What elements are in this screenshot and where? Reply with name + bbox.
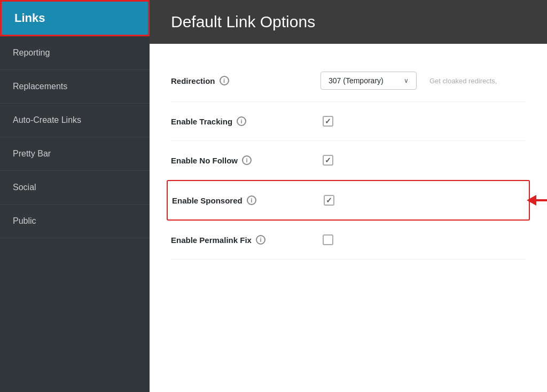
option-label-text-enable-permalink-fix: Enable Permalink Fix bbox=[171, 236, 252, 245]
checkbox-wrap-enable-sponsored[interactable] bbox=[322, 193, 337, 208]
info-icon-redirection[interactable]: i bbox=[220, 76, 229, 85]
option-label-redirection: Redirectioni bbox=[171, 76, 321, 85]
option-label-enable-permalink-fix: Enable Permalink Fixi bbox=[171, 235, 321, 245]
option-row-enable-no-follow: Enable No Followi bbox=[171, 141, 526, 180]
arrow-line bbox=[536, 199, 547, 201]
checkbox-wrap-enable-no-follow[interactable] bbox=[321, 153, 335, 168]
sidebar-item-replacements[interactable]: Replacements bbox=[0, 70, 150, 104]
dropdown-value-redirection: 307 (Temporary) bbox=[329, 76, 384, 85]
option-label-enable-no-follow: Enable No Followi bbox=[171, 155, 321, 165]
option-label-text-enable-tracking: Enable Tracking bbox=[171, 117, 232, 126]
option-control-redirection: 307 (Temporary)∨Get cloaked redirects, bbox=[321, 72, 497, 90]
info-icon-enable-tracking[interactable]: i bbox=[237, 116, 246, 126]
sidebar-header-label: Links bbox=[14, 11, 45, 25]
option-control-enable-permalink-fix bbox=[321, 232, 335, 247]
checkbox-wrap-enable-permalink-fix[interactable] bbox=[321, 232, 335, 247]
page-header: Default Link Options bbox=[150, 0, 547, 44]
content-area: Redirectioni307 (Temporary)∨Get cloaked … bbox=[150, 44, 547, 392]
page-title: Default Link Options bbox=[171, 13, 526, 31]
checkbox-enable-sponsored[interactable] bbox=[324, 195, 334, 206]
main-content: Default Link Options Redirectioni307 (Te… bbox=[150, 0, 547, 392]
option-label-text-redirection: Redirection bbox=[171, 76, 215, 85]
sidebar: Links ReportingReplacementsAuto-Create L… bbox=[0, 0, 150, 392]
checkbox-enable-permalink-fix[interactable] bbox=[323, 234, 333, 245]
info-icon-enable-no-follow[interactable]: i bbox=[242, 155, 252, 165]
arrow-indicator bbox=[527, 195, 547, 206]
sidebar-item-public[interactable]: Public bbox=[0, 205, 150, 238]
option-row-enable-tracking: Enable Trackingi bbox=[171, 102, 526, 141]
sidebar-item-auto-create-links[interactable]: Auto-Create Links bbox=[0, 104, 150, 137]
option-row-enable-sponsored: Enable Sponsoredi bbox=[167, 180, 530, 221]
option-label-enable-sponsored: Enable Sponsoredi bbox=[172, 195, 322, 205]
sidebar-item-reporting[interactable]: Reporting bbox=[0, 36, 150, 70]
checkbox-enable-tracking[interactable] bbox=[323, 116, 333, 127]
info-icon-enable-permalink-fix[interactable]: i bbox=[256, 235, 265, 245]
option-label-enable-tracking: Enable Trackingi bbox=[171, 116, 321, 126]
option-control-enable-sponsored bbox=[322, 193, 337, 208]
checkbox-enable-no-follow[interactable] bbox=[323, 155, 333, 166]
sidebar-item-pretty-bar[interactable]: Pretty Bar bbox=[0, 137, 150, 171]
arrow-head-icon bbox=[527, 195, 536, 206]
info-icon-enable-sponsored[interactable]: i bbox=[247, 195, 256, 205]
chevron-down-icon: ∨ bbox=[404, 77, 409, 84]
sidebar-header-links[interactable]: Links bbox=[0, 0, 150, 36]
dropdown-redirection[interactable]: 307 (Temporary)∨ bbox=[321, 72, 417, 90]
option-label-text-enable-sponsored: Enable Sponsored bbox=[172, 196, 243, 205]
option-row-enable-permalink-fix: Enable Permalink Fixi bbox=[171, 221, 526, 260]
dropdown-hint-redirection: Get cloaked redirects, bbox=[429, 77, 497, 85]
option-row-redirection: Redirectioni307 (Temporary)∨Get cloaked … bbox=[171, 60, 526, 102]
option-label-text-enable-no-follow: Enable No Follow bbox=[171, 156, 238, 165]
option-control-enable-no-follow bbox=[321, 153, 335, 168]
sidebar-item-social[interactable]: Social bbox=[0, 171, 150, 205]
option-control-enable-tracking bbox=[321, 114, 335, 129]
checkbox-wrap-enable-tracking[interactable] bbox=[321, 114, 335, 129]
